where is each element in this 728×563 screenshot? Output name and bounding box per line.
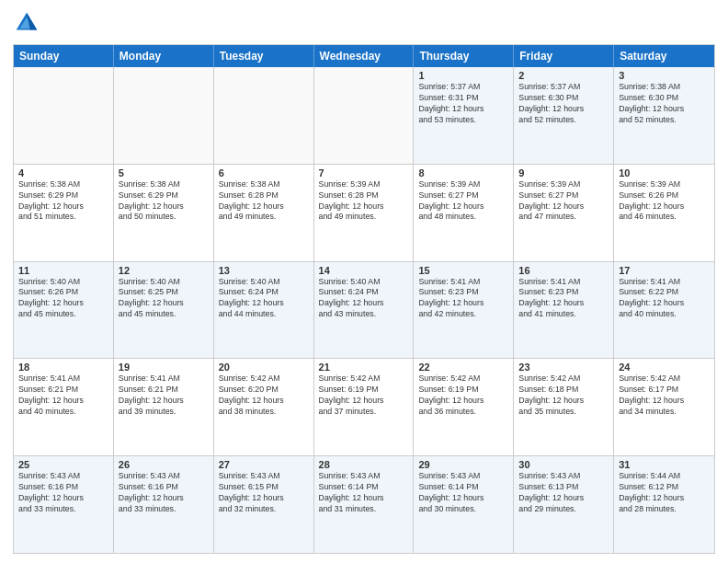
logo [13, 9, 44, 37]
day-cell-14: 14Sunrise: 5:40 AM Sunset: 6:24 PM Dayli… [314, 262, 415, 359]
day-cell-30: 30Sunrise: 5:43 AM Sunset: 6:13 PM Dayli… [514, 456, 614, 553]
day-number: 21 [319, 362, 409, 373]
day-number: 24 [619, 362, 710, 373]
day-cell-5: 5Sunrise: 5:38 AM Sunset: 6:29 PM Daylig… [114, 165, 214, 261]
weekday-header-sunday: Sunday [14, 45, 114, 67]
page: SundayMondayTuesdayWednesdayThursdayFrid… [0, 0, 728, 563]
day-info: Sunrise: 5:41 AM Sunset: 6:23 PM Dayligh… [518, 277, 609, 321]
day-info: Sunrise: 5:43 AM Sunset: 6:14 PM Dayligh… [319, 471, 409, 515]
day-cell-1: 1Sunrise: 5:37 AM Sunset: 6:31 PM Daylig… [414, 67, 514, 164]
day-cell-20: 20Sunrise: 5:42 AM Sunset: 6:20 PM Dayli… [214, 359, 314, 455]
empty-cell [14, 67, 114, 164]
day-cell-11: 11Sunrise: 5:40 AM Sunset: 6:26 PM Dayli… [14, 262, 114, 359]
day-number: 23 [518, 362, 609, 373]
day-info: Sunrise: 5:42 AM Sunset: 6:18 PM Dayligh… [518, 373, 609, 418]
day-number: 14 [319, 265, 409, 276]
day-number: 30 [518, 459, 609, 470]
day-info: Sunrise: 5:40 AM Sunset: 6:24 PM Dayligh… [319, 277, 409, 321]
day-cell-2: 2Sunrise: 5:37 AM Sunset: 6:30 PM Daylig… [514, 67, 614, 164]
calendar-row-1: 4Sunrise: 5:38 AM Sunset: 6:29 PM Daylig… [14, 164, 714, 261]
calendar-row-2: 11Sunrise: 5:40 AM Sunset: 6:26 PM Dayli… [14, 261, 714, 359]
weekday-header-friday: Friday [514, 45, 614, 67]
day-number: 17 [619, 265, 710, 276]
day-number: 25 [18, 459, 108, 470]
day-info: Sunrise: 5:43 AM Sunset: 6:13 PM Dayligh… [518, 471, 609, 515]
day-number: 27 [219, 459, 309, 470]
day-number: 8 [418, 167, 508, 178]
empty-cell [214, 67, 314, 164]
day-number: 12 [119, 265, 209, 276]
day-info: Sunrise: 5:43 AM Sunset: 6:14 PM Dayligh… [418, 471, 508, 515]
day-cell-13: 13Sunrise: 5:40 AM Sunset: 6:24 PM Dayli… [214, 262, 314, 359]
day-cell-28: 28Sunrise: 5:43 AM Sunset: 6:14 PM Dayli… [314, 456, 415, 553]
day-info: Sunrise: 5:37 AM Sunset: 6:31 PM Dayligh… [418, 82, 508, 126]
day-cell-22: 22Sunrise: 5:42 AM Sunset: 6:19 PM Dayli… [414, 359, 514, 455]
day-number: 18 [18, 362, 108, 373]
day-cell-17: 17Sunrise: 5:41 AM Sunset: 6:22 PM Dayli… [614, 262, 714, 359]
day-info: Sunrise: 5:38 AM Sunset: 6:30 PM Dayligh… [619, 82, 710, 126]
day-cell-8: 8Sunrise: 5:39 AM Sunset: 6:27 PM Daylig… [414, 165, 514, 261]
day-number: 29 [418, 459, 508, 470]
day-info: Sunrise: 5:41 AM Sunset: 6:21 PM Dayligh… [18, 373, 108, 418]
day-cell-18: 18Sunrise: 5:41 AM Sunset: 6:21 PM Dayli… [14, 359, 114, 455]
weekday-header-tuesday: Tuesday [214, 45, 314, 67]
day-cell-9: 9Sunrise: 5:39 AM Sunset: 6:27 PM Daylig… [514, 165, 614, 261]
day-cell-25: 25Sunrise: 5:43 AM Sunset: 6:16 PM Dayli… [14, 456, 114, 553]
day-info: Sunrise: 5:44 AM Sunset: 6:12 PM Dayligh… [619, 471, 710, 515]
day-info: Sunrise: 5:42 AM Sunset: 6:17 PM Dayligh… [619, 373, 710, 418]
day-cell-23: 23Sunrise: 5:42 AM Sunset: 6:18 PM Dayli… [514, 359, 614, 455]
day-cell-3: 3Sunrise: 5:38 AM Sunset: 6:30 PM Daylig… [614, 67, 714, 164]
weekday-header-saturday: Saturday [614, 45, 714, 67]
day-number: 28 [319, 459, 409, 470]
calendar-header: SundayMondayTuesdayWednesdayThursdayFrid… [14, 45, 714, 67]
day-info: Sunrise: 5:42 AM Sunset: 6:19 PM Dayligh… [418, 373, 508, 418]
day-number: 3 [619, 70, 710, 81]
day-number: 5 [119, 167, 209, 178]
day-info: Sunrise: 5:40 AM Sunset: 6:25 PM Dayligh… [119, 277, 209, 321]
day-info: Sunrise: 5:40 AM Sunset: 6:24 PM Dayligh… [219, 277, 309, 321]
day-info: Sunrise: 5:38 AM Sunset: 6:28 PM Dayligh… [219, 179, 309, 224]
day-number: 13 [219, 265, 309, 276]
calendar: SundayMondayTuesdayWednesdayThursdayFrid… [13, 44, 715, 554]
day-cell-12: 12Sunrise: 5:40 AM Sunset: 6:25 PM Dayli… [114, 262, 214, 359]
day-info: Sunrise: 5:41 AM Sunset: 6:23 PM Dayligh… [418, 277, 508, 321]
day-info: Sunrise: 5:39 AM Sunset: 6:28 PM Dayligh… [319, 179, 409, 224]
day-info: Sunrise: 5:38 AM Sunset: 6:29 PM Dayligh… [119, 179, 209, 224]
day-info: Sunrise: 5:41 AM Sunset: 6:21 PM Dayligh… [119, 373, 209, 418]
day-info: Sunrise: 5:42 AM Sunset: 6:19 PM Dayligh… [319, 373, 409, 418]
day-cell-10: 10Sunrise: 5:39 AM Sunset: 6:26 PM Dayli… [614, 165, 714, 261]
day-cell-24: 24Sunrise: 5:42 AM Sunset: 6:17 PM Dayli… [614, 359, 714, 455]
header [13, 9, 715, 37]
logo-icon [13, 9, 40, 37]
day-cell-21: 21Sunrise: 5:42 AM Sunset: 6:19 PM Dayli… [314, 359, 415, 455]
day-cell-16: 16Sunrise: 5:41 AM Sunset: 6:23 PM Dayli… [514, 262, 614, 359]
day-number: 31 [619, 459, 710, 470]
day-cell-7: 7Sunrise: 5:39 AM Sunset: 6:28 PM Daylig… [314, 165, 415, 261]
day-number: 4 [18, 167, 108, 178]
empty-cell [314, 67, 415, 164]
day-info: Sunrise: 5:39 AM Sunset: 6:27 PM Dayligh… [418, 179, 508, 224]
calendar-row-4: 25Sunrise: 5:43 AM Sunset: 6:16 PM Dayli… [14, 455, 714, 553]
day-info: Sunrise: 5:39 AM Sunset: 6:27 PM Dayligh… [518, 179, 609, 224]
day-info: Sunrise: 5:41 AM Sunset: 6:22 PM Dayligh… [619, 277, 710, 321]
day-info: Sunrise: 5:43 AM Sunset: 6:16 PM Dayligh… [18, 471, 108, 515]
day-cell-26: 26Sunrise: 5:43 AM Sunset: 6:16 PM Dayli… [114, 456, 214, 553]
day-number: 9 [518, 167, 609, 178]
day-info: Sunrise: 5:43 AM Sunset: 6:16 PM Dayligh… [119, 471, 209, 515]
day-cell-15: 15Sunrise: 5:41 AM Sunset: 6:23 PM Dayli… [414, 262, 514, 359]
day-number: 15 [418, 265, 508, 276]
day-cell-4: 4Sunrise: 5:38 AM Sunset: 6:29 PM Daylig… [14, 165, 114, 261]
weekday-header-monday: Monday [114, 45, 214, 67]
day-cell-27: 27Sunrise: 5:43 AM Sunset: 6:15 PM Dayli… [214, 456, 314, 553]
day-info: Sunrise: 5:40 AM Sunset: 6:26 PM Dayligh… [18, 277, 108, 321]
day-cell-31: 31Sunrise: 5:44 AM Sunset: 6:12 PM Dayli… [614, 456, 714, 553]
day-number: 20 [219, 362, 309, 373]
calendar-row-3: 18Sunrise: 5:41 AM Sunset: 6:21 PM Dayli… [14, 358, 714, 455]
day-number: 16 [518, 265, 609, 276]
calendar-body: 1Sunrise: 5:37 AM Sunset: 6:31 PM Daylig… [14, 67, 714, 553]
day-number: 10 [619, 167, 710, 178]
weekday-header-wednesday: Wednesday [314, 45, 415, 67]
day-info: Sunrise: 5:37 AM Sunset: 6:30 PM Dayligh… [518, 82, 609, 126]
day-info: Sunrise: 5:42 AM Sunset: 6:20 PM Dayligh… [219, 373, 309, 418]
day-number: 7 [319, 167, 409, 178]
